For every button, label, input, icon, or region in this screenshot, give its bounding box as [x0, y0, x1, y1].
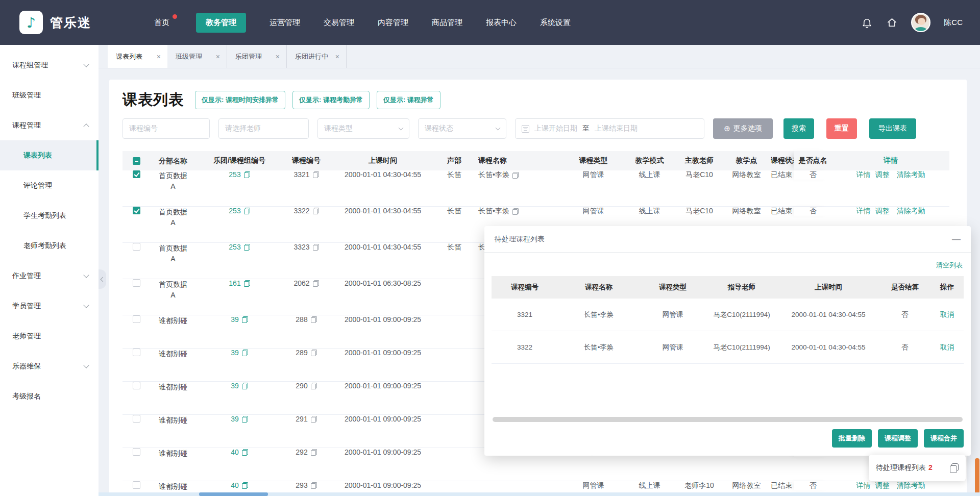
sidebar-item-exam-registration[interactable]: 考级报名	[0, 381, 99, 411]
menu-item-academic-management[interactable]: 教务管理	[196, 13, 246, 33]
more-options-button[interactable]: ⊕更多选项	[713, 118, 773, 139]
course-adjust-button[interactable]: 课程调整	[878, 429, 918, 448]
copy-icon-group[interactable]	[242, 383, 248, 389]
tab-timetable-list[interactable]: 课表列表×	[108, 45, 167, 68]
copy-icon-group[interactable]	[244, 280, 250, 287]
user-avatar[interactable]	[911, 13, 930, 32]
copy-icon-course[interactable]	[313, 208, 319, 214]
copy-icon-course[interactable]	[313, 244, 319, 251]
reset-button[interactable]: 重置	[826, 118, 857, 139]
export-timetable-button[interactable]: 导出课表	[869, 118, 916, 139]
close-icon[interactable]: ×	[276, 53, 280, 61]
copy-icon-name[interactable]	[512, 172, 519, 179]
vertical-scrollbar-thumb[interactable]	[975, 458, 979, 496]
filter-chip-course-abnormal[interactable]: 仅显示: 课程异常	[377, 91, 440, 109]
sidebar-item-class-management[interactable]: 班级管理	[0, 80, 99, 110]
sidebar-item-student-attendance-list[interactable]: 学生考勤列表	[0, 201, 99, 231]
close-icon[interactable]: ×	[157, 53, 161, 61]
row-checkbox[interactable]	[133, 448, 140, 456]
menu-item-system-settings[interactable]: 系统设置	[540, 18, 571, 28]
menu-item-transaction-management[interactable]: 交易管理	[324, 18, 354, 28]
filter-chip-time-abnormal[interactable]: 仅显示: 课程时间安排异常	[195, 91, 285, 109]
course-merge-button[interactable]: 课程合并	[924, 429, 964, 448]
minimize-icon[interactable]: —	[952, 235, 961, 243]
cancel-link[interactable]: 取消	[930, 343, 964, 352]
menu-item-product-management[interactable]: 商品管理	[432, 18, 462, 28]
copy-icon-course[interactable]	[311, 316, 317, 323]
pending-list-widget[interactable]: 待处理课程列表2	[869, 455, 966, 481]
detail-link[interactable]: 详情	[856, 170, 871, 180]
batch-delete-button[interactable]: 批量删除	[832, 429, 872, 448]
copy-icon-group[interactable]	[244, 208, 250, 214]
copy-icon-group[interactable]	[244, 171, 250, 178]
row-checkbox[interactable]	[133, 170, 140, 178]
row-checkbox[interactable]	[133, 415, 140, 423]
sidebar-item-teacher-attendance-list[interactable]: 老师考勤列表	[0, 231, 99, 261]
search-button[interactable]: 搜索	[783, 118, 814, 139]
copy-icon-course[interactable]	[313, 171, 319, 178]
copy-icon-group[interactable]	[242, 316, 248, 323]
clear-attendance-link[interactable]: 清除考勤	[897, 207, 925, 216]
tab-band-in-progress[interactable]: 乐团进行中×	[287, 45, 347, 68]
course-no-input[interactable]: 课程编号	[122, 118, 210, 139]
course-status-select[interactable]: 课程状态	[418, 118, 506, 139]
row-checkbox[interactable]	[133, 382, 140, 389]
copy-icon-group[interactable]	[242, 350, 248, 356]
bell-icon[interactable]	[861, 17, 873, 29]
sidebar-item-timetable-list[interactable]: 课表列表	[0, 140, 99, 170]
row-checkbox[interactable]	[133, 481, 140, 489]
sidebar-item-teacher-management[interactable]: 老师管理	[0, 321, 99, 351]
row-checkbox[interactable]	[133, 349, 140, 356]
copy-icon-name[interactable]	[512, 208, 519, 215]
close-icon[interactable]: ×	[216, 53, 220, 61]
adjust-link[interactable]: 调整	[875, 170, 890, 180]
filter-chip-attendance-abnormal[interactable]: 仅显示: 课程考勤异常	[292, 91, 370, 109]
clear-attendance-link[interactable]: 清除考勤	[897, 170, 925, 180]
row-checkbox[interactable]	[133, 279, 140, 287]
menu-item-report-center[interactable]: 报表中心	[486, 18, 517, 28]
row-checkbox[interactable]	[133, 207, 140, 214]
sidebar-collapse-handle[interactable]	[99, 269, 106, 289]
copy-icon[interactable]	[950, 463, 959, 473]
copy-icon-group[interactable]	[242, 416, 248, 423]
select-all-checkbox[interactable]	[133, 157, 140, 165]
copy-icon-group[interactable]	[242, 482, 248, 489]
panel-horizontal-scrollbar[interactable]	[493, 417, 963, 422]
row-checkbox[interactable]	[133, 243, 140, 251]
user-name[interactable]: 陈CC	[944, 18, 963, 28]
cancel-link[interactable]: 取消	[930, 310, 964, 319]
copy-icon-group[interactable]	[242, 449, 248, 456]
menu-item-content-management[interactable]: 内容管理	[378, 18, 408, 28]
detail-link[interactable]: 详情	[856, 481, 871, 490]
copy-icon-course[interactable]	[311, 416, 317, 423]
detail-link[interactable]: 详情	[856, 207, 871, 216]
sidebar-item-homework-management[interactable]: 作业管理	[0, 261, 99, 291]
adjust-link[interactable]: 调整	[875, 481, 890, 490]
copy-icon-course[interactable]	[311, 449, 317, 456]
close-icon[interactable]: ×	[335, 53, 339, 61]
clear-list-link[interactable]: 清空列表	[936, 261, 963, 270]
horizontal-scrollbar-track[interactable]	[99, 492, 980, 496]
copy-icon-course[interactable]	[311, 482, 317, 489]
sidebar-item-instrument-maintenance[interactable]: 乐器维保	[0, 351, 99, 381]
clear-attendance-link[interactable]: 清除考勤	[897, 481, 925, 490]
teacher-select-input[interactable]: 请选择老师	[218, 118, 309, 139]
copy-icon-course[interactable]	[311, 350, 317, 356]
row-checkbox[interactable]	[133, 315, 140, 323]
tab-band-management[interactable]: 乐团管理×	[227, 45, 287, 68]
sidebar-item-student-management[interactable]: 学员管理	[0, 291, 99, 321]
sidebar-item-course-group-management[interactable]: 课程组管理	[0, 50, 99, 80]
copy-icon-course[interactable]	[311, 383, 317, 389]
tab-class-management[interactable]: 班级管理×	[167, 45, 227, 68]
copy-icon-course[interactable]	[313, 280, 319, 287]
menu-item-operations-management[interactable]: 运营管理	[270, 18, 300, 28]
adjust-link[interactable]: 调整	[875, 207, 890, 216]
sidebar-item-course-management[interactable]: 课程管理	[0, 110, 99, 140]
date-range-picker[interactable]: 上课开始日期 至 上课结束日期	[515, 118, 704, 139]
home-icon[interactable]	[886, 17, 898, 29]
copy-icon-group[interactable]	[244, 244, 250, 251]
sidebar-item-comment-management[interactable]: 评论管理	[0, 170, 99, 201]
horizontal-scrollbar-thumb[interactable]	[199, 492, 268, 496]
course-type-select[interactable]: 课程类型	[317, 118, 409, 139]
menu-item-home[interactable]: 首页	[154, 18, 169, 28]
